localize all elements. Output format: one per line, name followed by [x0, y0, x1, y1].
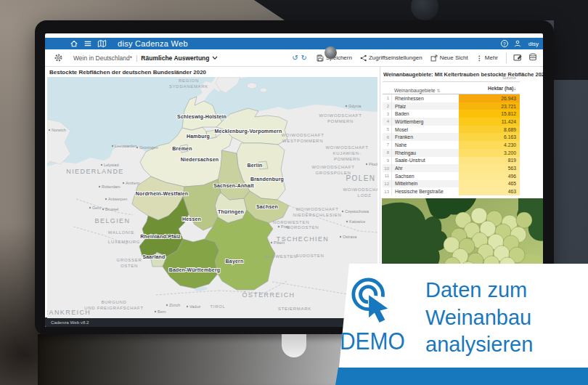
row-region: Nahe [392, 141, 459, 149]
menu-icon[interactable] [83, 39, 92, 48]
help-icon[interactable]: ? [501, 40, 508, 47]
row-region: Sachsen [392, 172, 459, 180]
undo-icon[interactable]: ↺ [292, 54, 298, 62]
town-label: Lelystad [104, 163, 119, 167]
row-value: 11.424 [459, 118, 520, 126]
geo-label: POMMERN [334, 157, 360, 161]
town-label: Rotterdam [102, 185, 121, 189]
table-row[interactable]: 9Saale-Unstrut819 [383, 157, 520, 165]
geo-label: POLEN [346, 174, 376, 182]
user-name[interactable]: disy [528, 41, 539, 47]
table-body: 1Rheinhessen26.9432Pfalz23.7213Baden15.8… [383, 94, 520, 195]
gear-icon[interactable] [54, 53, 63, 62]
row-rank: 7 [383, 141, 392, 149]
more-button[interactable]: ⋮ Mehr [476, 54, 498, 62]
geo-label: WOIWODSCHAFT [295, 207, 338, 211]
access-settings-button[interactable]: Zugriffseinstellungen [360, 54, 422, 62]
banner-text: Daten zum Weinanbau analysieren [425, 277, 533, 359]
map-view-icon[interactable] [513, 52, 523, 65]
town-label: Gdynia [348, 104, 362, 108]
geo-label: UND FREIGRAFSCHAFT [84, 306, 144, 310]
state-label: Sachsen [256, 204, 278, 209]
row-value: 15.812 [459, 110, 520, 118]
sort-desc-icon: ↓ [514, 86, 517, 91]
table-row[interactable]: 4Württemberg11.424 [383, 118, 520, 126]
geo-label: GROSSER [117, 258, 142, 262]
home-icon[interactable] [70, 39, 78, 48]
state-label: Bremen [172, 146, 192, 151]
redo-icon[interactable]: ↻ [301, 54, 307, 62]
row-rank: 12 [383, 180, 392, 188]
geo-label: WOIWODSCHAFT [319, 113, 362, 118]
sort-icon: ⇅ [437, 89, 441, 93]
row-rank: 8 [383, 149, 392, 157]
geo-label: WESTPOMMERN [282, 139, 323, 143]
grape [516, 212, 532, 228]
town-label: Zürich [169, 303, 180, 307]
row-region: Württemberg [392, 118, 459, 126]
town-label: Arnhem [126, 181, 140, 185]
row-region: Franken [392, 133, 459, 141]
table-row[interactable]: 10Ahr563 [383, 164, 520, 172]
row-rank: 13 [383, 187, 392, 195]
column-region-header[interactable]: Weinanbaugebiete⇅ [383, 88, 459, 93]
app-title: disy Cadenza Web [118, 39, 188, 48]
table-row[interactable]: 7Nahe4.230 [383, 141, 520, 149]
table-row[interactable]: 1Rheinhessen26.943 [383, 94, 520, 102]
geo-label: WOIWODSCHAFT [311, 165, 354, 169]
row-region: Rheinhessen [392, 94, 459, 102]
toolbar: Wein in Deutschland* | Räumliche Auswert… [45, 49, 543, 67]
geo-label: LUXEMBURG [108, 240, 140, 244]
state-label: Hessen [182, 216, 201, 222]
row-region: Baden [392, 110, 459, 118]
town-label: Częstochowa [345, 209, 369, 214]
town-label: Pilsen [274, 240, 285, 245]
table-row[interactable]: 11Sachsen496 [383, 172, 520, 180]
row-value: 4.230 [459, 141, 520, 149]
town-label: Płock [369, 162, 377, 166]
town-label: Gent [92, 206, 101, 210]
table-row[interactable]: 8Rheingau3.200 [383, 149, 520, 157]
table-row[interactable]: 2Pfalz23.721 [383, 102, 520, 110]
row-rank: 10 [383, 164, 392, 172]
table-row[interactable]: 12Mittelrhein465 [383, 180, 520, 188]
table-row[interactable]: 6Franken6.163 [383, 133, 520, 141]
town-label: Groningen [139, 145, 158, 150]
user-icon[interactable] [514, 40, 521, 47]
geo-label: SYDDANEMARK [169, 84, 208, 89]
geo-label: LODZ [358, 193, 372, 198]
geo-label: WALLONIE [108, 230, 134, 235]
town-label: Bern [158, 309, 166, 314]
row-rank: 3 [383, 110, 392, 118]
view-name[interactable]: Räumliche Auswertung [141, 54, 209, 62]
table-row[interactable]: 3Baden15.812 [383, 110, 520, 118]
row-region: Hessische Bergstraße [392, 187, 459, 195]
map-title: Bestockte Rebflächen der deutschen Bunde… [47, 67, 380, 77]
state-label: Schleswig-Holstein [177, 114, 226, 120]
chevron-down-icon[interactable] [212, 56, 218, 60]
row-region: Rheingau [392, 149, 459, 157]
geo-label: POMMERN [327, 119, 354, 123]
germany-map[interactable]: NiedersachsenSchleswig-HolsteinMecklenbu… [47, 77, 377, 318]
column-value-header[interactable]: Summe Hektar (ha)↓ [459, 76, 520, 93]
app-version: Cadenza Web v8.2 [51, 320, 89, 325]
app-header: disy Cadenza Web ? disy [45, 38, 543, 49]
new-view-button[interactable]: Neue Sicht [430, 54, 468, 62]
geo-label: WOIWODSCHAFT [281, 133, 324, 137]
row-value: 819 [459, 157, 520, 165]
row-value: 463 [459, 187, 520, 195]
map-icon[interactable] [97, 39, 107, 48]
row-rank: 9 [383, 157, 392, 165]
state-label: Brandenburg [250, 177, 284, 182]
table-row[interactable]: 13Hessische Bergstraße463 [383, 187, 520, 195]
row-rank: 6 [383, 133, 392, 141]
row-value: 563 [459, 164, 520, 172]
row-value: 26.943 [459, 94, 520, 102]
workbook-name[interactable]: Wein in Deutschland* [73, 54, 132, 62]
geo-label: NIEDERLANDE [66, 168, 123, 175]
geo-label: TIROL [210, 304, 225, 309]
row-region: Mittelrhein [392, 180, 459, 188]
table-row[interactable]: 5Mosel8.689 [383, 126, 520, 134]
geo-label: OSTEN [121, 264, 138, 268]
database-icon[interactable] [528, 52, 537, 65]
